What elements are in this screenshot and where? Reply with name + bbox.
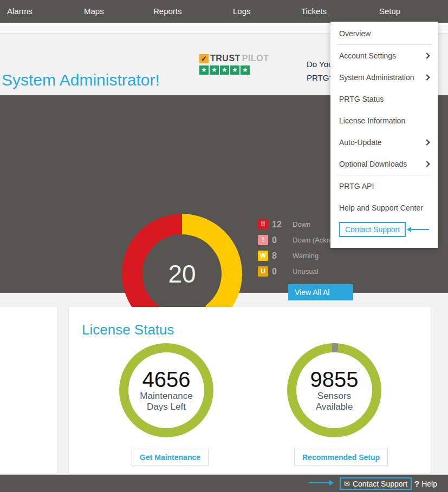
footer-bar: ✉ Contact Support ? Help bbox=[0, 475, 448, 492]
nav-item-alarms[interactable]: Alarms bbox=[7, 0, 33, 23]
down-ack-label: Down (Ackn bbox=[293, 236, 330, 244]
nav-item-setup[interactable]: Setup bbox=[379, 0, 400, 23]
setup-dropdown-menu: Overview Account Settings System Adminis… bbox=[330, 22, 438, 248]
sensors-available-label: Sensors Available bbox=[316, 391, 353, 412]
warning-label: Warning bbox=[293, 252, 319, 260]
footer-help-button[interactable]: ? Help bbox=[414, 477, 437, 490]
chevron-right-icon bbox=[424, 161, 430, 167]
menu-item-prtg-api[interactable]: PRTG API bbox=[330, 175, 438, 197]
chevron-right-icon bbox=[424, 74, 430, 80]
menu-item-prtg-status[interactable]: PRTG Status bbox=[330, 88, 438, 110]
nav-item-tickets[interactable]: Tickets bbox=[301, 0, 327, 23]
maintenance-days-value: 4656 bbox=[142, 368, 191, 391]
down-badge-icon: !! bbox=[258, 219, 268, 229]
trustpilot-stars: ★★★★★ bbox=[199, 65, 269, 75]
menu-item-system-administration[interactable]: System Administration bbox=[330, 67, 438, 88]
menu-item-overview[interactable]: Overview bbox=[330, 23, 438, 44]
unusual-badge-icon: U bbox=[258, 266, 268, 277]
promo-text: Do You PRTG? bbox=[307, 57, 334, 84]
maintenance-days-label: Maintenance Days Left bbox=[140, 391, 192, 412]
chevron-right-icon bbox=[424, 53, 430, 58]
trustpilot-star-icon: ★ bbox=[199, 65, 209, 75]
maintenance-gauge-ring: 4656 Maintenance Days Left bbox=[119, 343, 213, 437]
nav-item-logs[interactable]: Logs bbox=[233, 0, 251, 23]
menu-item-help-support-center[interactable]: Help and Support Center bbox=[330, 197, 438, 219]
alarm-total-count: 20 bbox=[168, 259, 196, 288]
alarm-legend: !! 12 Down ! 0 Down (Ackn W 8 Warning U … bbox=[258, 217, 330, 279]
nav-item-reports[interactable]: Reports bbox=[153, 0, 182, 23]
down-count: 12 bbox=[272, 220, 290, 229]
maintenance-gauge-center: 4656 Maintenance Days Left bbox=[128, 352, 204, 428]
sensors-available-value: 9855 bbox=[310, 368, 359, 391]
recommended-setup-button[interactable]: Recommended Setup bbox=[294, 449, 388, 465]
help-question-icon: ? bbox=[414, 479, 419, 488]
legend-row-warning[interactable]: W 8 Warning bbox=[258, 248, 330, 264]
trustpilot-star-icon: ★ bbox=[241, 65, 250, 75]
menu-arrow-left-icon bbox=[411, 229, 429, 230]
prtg-dashboard: Alarms Maps Reports Logs Tickets Setup S… bbox=[0, 0, 448, 492]
get-maintenance-button[interactable]: Get Maintenance bbox=[132, 449, 209, 465]
unusual-label: Unusual bbox=[293, 267, 319, 275]
trustpilot-logo: ✓ TRUSTPILOT ★★★★★ bbox=[199, 54, 269, 75]
chevron-right-icon bbox=[424, 139, 430, 145]
trustpilot-star-icon: ★ bbox=[230, 65, 239, 75]
legend-row-down-ack[interactable]: ! 0 Down (Ackn bbox=[258, 232, 330, 248]
sensors-gauge-ring: 9855 Sensors Available bbox=[287, 343, 381, 437]
envelope-icon: ✉ bbox=[344, 480, 350, 488]
sensors-gauge-center: 9855 Sensors Available bbox=[296, 352, 372, 428]
menu-item-optional-downloads[interactable]: Optional Downloads bbox=[330, 153, 438, 175]
left-side-card bbox=[0, 307, 57, 474]
promo-line2: PRTG? bbox=[307, 71, 334, 84]
down-ack-count: 0 bbox=[272, 235, 290, 245]
unusual-count: 0 bbox=[272, 267, 290, 277]
warning-badge-icon: W bbox=[258, 251, 268, 261]
top-navbar: Alarms Maps Reports Logs Tickets Setup bbox=[0, 0, 448, 23]
legend-row-unusual[interactable]: U 0 Unusual bbox=[258, 264, 330, 279]
warning-count: 8 bbox=[272, 251, 290, 261]
view-all-alarms-button[interactable]: View All Al bbox=[288, 284, 353, 300]
trustpilot-brand-pilot: PILOT bbox=[242, 54, 269, 63]
license-status-card: License Status 4656 Maintenance Days Lef… bbox=[69, 307, 431, 474]
legend-row-down[interactable]: !! 12 Down bbox=[258, 217, 330, 232]
trustpilot-star-icon: ★ bbox=[220, 65, 229, 75]
down-ack-badge-icon: ! bbox=[258, 235, 268, 245]
trustpilot-check-icon: ✓ bbox=[199, 54, 209, 63]
alarms-donut-center: 20 bbox=[142, 234, 222, 313]
menu-item-license-information[interactable]: License Information bbox=[330, 110, 438, 132]
menu-item-account-settings[interactable]: Account Settings bbox=[330, 45, 438, 67]
footer-contact-support-button[interactable]: ✉ Contact Support bbox=[340, 477, 412, 490]
license-status-title: License Status bbox=[82, 322, 174, 338]
trustpilot-star-icon: ★ bbox=[210, 65, 219, 75]
page-title: System Administrator! bbox=[2, 71, 160, 89]
trustpilot-brand-trust: TRUST bbox=[210, 54, 241, 63]
footer-arrow-right-icon bbox=[309, 482, 329, 483]
menu-item-auto-update[interactable]: Auto-Update bbox=[330, 132, 438, 153]
down-label: Down bbox=[293, 220, 310, 228]
nav-item-maps[interactable]: Maps bbox=[84, 0, 104, 23]
menu-item-contact-support[interactable]: Contact Support bbox=[330, 219, 438, 240]
promo-line1: Do You bbox=[307, 57, 334, 71]
